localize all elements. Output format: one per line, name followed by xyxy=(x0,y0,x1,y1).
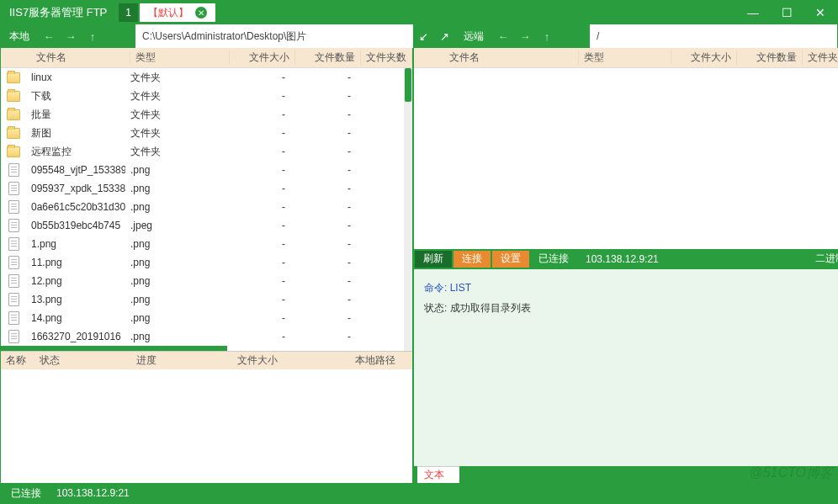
status-addr: 103.138.12.9:21 xyxy=(56,487,130,499)
xcol-path[interactable]: 本地路径 xyxy=(350,353,412,368)
rcol-folder-count[interactable]: 文件夹数 xyxy=(803,50,838,65)
file-icon xyxy=(8,237,19,251)
maximize-button[interactable]: ☐ xyxy=(770,1,804,24)
col-folder-count[interactable]: 文件夹数 xyxy=(361,50,412,65)
log-panel[interactable]: 命令: LIST 状态: 成功取得目录列表 xyxy=(414,269,838,467)
minimize-button[interactable]: — xyxy=(736,1,770,24)
cell-type: .png xyxy=(125,164,225,176)
transfer-queue[interactable] xyxy=(1,369,412,483)
transfer-header: 名称 状态 进度 文件大小 本地路径 xyxy=(1,351,412,369)
table-row[interactable]: 095937_xpdk_15338.png--- xyxy=(1,179,412,198)
settings-button[interactable]: 设置 xyxy=(492,251,529,268)
cell-size: - xyxy=(225,275,290,287)
connect-button[interactable]: 连接 xyxy=(453,251,491,268)
rcol-size[interactable]: 文件大小 xyxy=(671,50,737,65)
text-tab[interactable]: 文本 xyxy=(417,466,459,483)
col-count[interactable]: 文件数量 xyxy=(295,50,361,65)
table-row[interactable]: 1.png.png--- xyxy=(1,235,412,253)
col-filename[interactable]: 文件名 xyxy=(31,50,130,65)
cell-count: - xyxy=(290,201,356,213)
cell-name: 1663270_20191016 xyxy=(26,331,125,342)
table-row[interactable]: 14.png.png--- xyxy=(1,309,412,327)
cell-count: - xyxy=(290,294,356,305)
file-icon xyxy=(8,182,19,195)
local-expand-icon[interactable]: ↗ xyxy=(434,24,455,48)
table-row[interactable]: 1663270_20191016.png--- xyxy=(1,327,412,346)
folder-icon xyxy=(7,128,20,139)
table-row[interactable]: 0b55b319ebc4b745.jpeg--- xyxy=(1,216,412,235)
tab-default[interactable]: 【默认】 ✕ xyxy=(140,3,215,22)
rcol-type[interactable]: 类型 xyxy=(579,50,671,65)
remote-up-icon[interactable]: ↑ xyxy=(536,30,558,43)
local-collapse-icon[interactable]: ↙ xyxy=(413,24,434,48)
rcol-count[interactable]: 文件数量 xyxy=(737,50,803,65)
folder-icon xyxy=(7,109,20,120)
log-status-line: 状态: 成功取得目录列表 xyxy=(424,298,838,318)
table-row[interactable]: 远程监控文件夹--- xyxy=(1,142,412,161)
table-row[interactable]: 批量文件夹--- xyxy=(1,105,412,124)
cell-size: - xyxy=(225,146,290,157)
col-type[interactable]: 类型 xyxy=(130,50,230,65)
transfer-mode: 二进制 xyxy=(807,252,838,266)
table-row[interactable]: 0a6e61c5c20b31d30.png--- xyxy=(1,198,412,216)
refresh-button[interactable]: 刷新 xyxy=(415,251,452,268)
xcol-size[interactable]: 文件大小 xyxy=(232,353,350,368)
cell-name: 1.png xyxy=(26,238,125,250)
remote-header: 文件名 类型 文件大小 文件数量 文件夹数 xyxy=(414,48,838,68)
scrollbar-thumb[interactable] xyxy=(405,68,411,102)
xcol-name[interactable]: 名称 xyxy=(1,353,34,368)
cell-name: 12.png xyxy=(26,275,125,287)
remote-file-list[interactable] xyxy=(414,68,838,249)
table-row[interactable]: 095548_vjtP_153389.png--- xyxy=(1,161,412,179)
table-row[interactable]: 下载文件夹--- xyxy=(1,87,412,105)
file-icon xyxy=(8,311,19,325)
status-state: 已连接 xyxy=(11,486,41,501)
content: 文件名 类型 文件大小 文件数量 文件夹数 linux文件夹---下载文件夹--… xyxy=(1,48,837,483)
local-up-icon[interactable]: ↑ xyxy=(82,30,103,43)
folder-icon xyxy=(7,72,20,83)
col-size[interactable]: 文件大小 xyxy=(230,50,295,65)
xcol-status[interactable]: 状态 xyxy=(34,353,131,368)
xcol-progress[interactable]: 进度 xyxy=(131,353,232,368)
titlebar[interactable]: IIS7服务器管理 FTP 1 【默认】 ✕ — ☐ ✕ xyxy=(1,1,837,24)
local-hscrollbar[interactable] xyxy=(1,346,227,351)
conn-state: 已连接 xyxy=(530,252,577,266)
cell-name: 14.png xyxy=(26,312,125,324)
table-row[interactable]: 13.png.png--- xyxy=(1,290,412,309)
rcol-filename[interactable]: 文件名 xyxy=(444,50,579,65)
cell-count: - xyxy=(290,220,356,231)
table-row[interactable]: linux文件夹--- xyxy=(1,68,412,87)
local-vscrollbar[interactable] xyxy=(404,68,412,351)
cell-count: - xyxy=(290,109,356,120)
cell-name: 下载 xyxy=(26,89,125,103)
file-icon xyxy=(8,163,19,177)
tab-number[interactable]: 1 xyxy=(119,3,138,22)
local-forward-icon[interactable]: → xyxy=(60,30,82,43)
cell-size: - xyxy=(225,331,290,342)
log-cmd: LIST xyxy=(450,282,471,294)
table-row[interactable]: 新图文件夹--- xyxy=(1,124,412,142)
conn-addr: 103.138.12.9:21 xyxy=(577,253,667,265)
cell-name: 11.png xyxy=(26,257,125,268)
local-file-list[interactable]: linux文件夹---下载文件夹---批量文件夹---新图文件夹---远程监控文… xyxy=(1,68,412,351)
remote-forward-icon[interactable]: → xyxy=(514,30,536,43)
remote-label: 远端 xyxy=(455,29,492,44)
table-row[interactable]: 11.png.png--- xyxy=(1,253,412,272)
statusbar: 已连接 103.138.12.9:21 xyxy=(1,483,837,503)
cell-size: - xyxy=(225,183,290,194)
remote-back-icon[interactable]: ← xyxy=(492,30,514,43)
close-button[interactable]: ✕ xyxy=(804,1,837,24)
cell-size: - xyxy=(225,220,290,231)
cell-type: 文件夹 xyxy=(125,71,225,85)
folder-icon xyxy=(7,91,20,102)
local-back-icon[interactable]: ← xyxy=(38,30,60,43)
cell-count: - xyxy=(290,275,356,287)
cell-count: - xyxy=(290,331,356,342)
table-row[interactable]: 12.png.png--- xyxy=(1,272,412,290)
close-tab-icon[interactable]: ✕ xyxy=(195,7,207,19)
remote-path-input[interactable]: / xyxy=(590,24,837,48)
cell-size: - xyxy=(225,109,290,120)
remote-button-bar: 刷新 连接 设置 已连接 103.138.12.9:21 二进制 xyxy=(414,249,838,269)
local-path-input[interactable]: C:\Users\Administrator\Desktop\图片 xyxy=(135,24,413,48)
cell-count: - xyxy=(290,257,356,268)
